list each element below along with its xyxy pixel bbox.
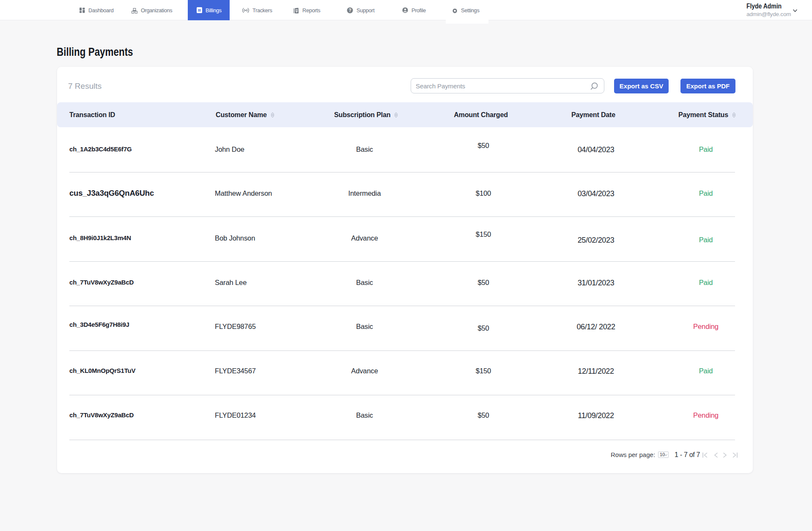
svg-text:?: ? bbox=[349, 8, 351, 13]
